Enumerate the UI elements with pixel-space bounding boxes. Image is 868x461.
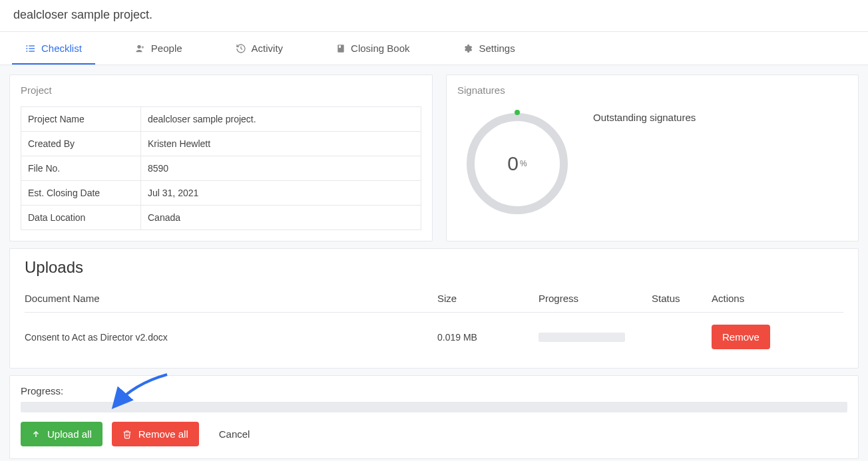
tab-label: People: [151, 43, 182, 54]
history-icon: [236, 43, 246, 54]
upload-all-label: Upload all: [47, 428, 92, 440]
svg-point-5: [27, 51, 27, 51]
book-icon: [336, 43, 345, 54]
upload-size: 0.019 MB: [437, 332, 539, 343]
svg-rect-9: [339, 45, 341, 48]
project-field-value: Canada: [141, 206, 421, 230]
progress-card: Progress: Upload all Remove all Cancel: [9, 375, 859, 459]
col-header-actions: Actions: [712, 293, 843, 304]
people-icon: [135, 43, 146, 54]
tab-label: Checklist: [41, 43, 82, 54]
table-row: Data Location Canada: [21, 206, 421, 230]
tab-settings[interactable]: Settings: [449, 32, 528, 65]
progress-label: Progress:: [21, 385, 847, 396]
tab-bar: Checklist People Activity Closing Book S…: [0, 32, 868, 65]
project-table: Project Name dealcloser sample project. …: [21, 106, 421, 230]
project-card: Project Project Name dealcloser sample p…: [9, 75, 433, 241]
svg-point-3: [27, 45, 27, 46]
col-header-status: Status: [652, 293, 712, 304]
tab-label: Closing Book: [351, 43, 409, 54]
cancel-button[interactable]: Cancel: [208, 422, 261, 446]
table-row: Created By Kristen Hewlett: [21, 132, 421, 156]
remove-button-label: Remove: [722, 331, 760, 343]
upload-icon: [31, 430, 41, 439]
page-title: dealcloser sample project.: [0, 0, 868, 32]
tab-label: Activity: [252, 43, 284, 54]
project-field-value: Jul 31, 2021: [141, 181, 421, 206]
project-field-label: Est. Closing Date: [21, 181, 141, 206]
project-field-label: Project Name: [21, 107, 141, 132]
remove-all-button[interactable]: Remove all: [112, 422, 199, 446]
uploads-card: Uploads Document Name Size Progress Stat…: [9, 248, 859, 369]
signatures-label: Outstanding signatures: [593, 112, 696, 123]
table-row: Est. Closing Date Jul 31, 2021: [21, 181, 421, 206]
remove-all-label: Remove all: [138, 428, 188, 440]
trash-icon: [122, 430, 132, 439]
signatures-card: Signatures 0% Outstanding signatures: [446, 75, 859, 241]
tab-closing-book[interactable]: Closing Book: [323, 32, 423, 65]
tab-people[interactable]: People: [122, 32, 196, 65]
project-field-value: 8590: [141, 156, 421, 181]
svg-point-4: [27, 48, 27, 49]
table-row: File No. 8590: [21, 156, 421, 181]
gauge-percent-symbol: %: [520, 159, 527, 168]
progress-bar: [539, 333, 625, 342]
uploads-table-header: Document Name Size Progress Status Actio…: [25, 286, 843, 313]
tab-checklist[interactable]: Checklist: [12, 32, 95, 65]
page-title-text: dealcloser sample project.: [13, 8, 152, 21]
col-header-doc: Document Name: [25, 293, 437, 304]
gear-icon: [463, 43, 473, 54]
project-field-label: Created By: [21, 132, 141, 156]
uploads-title: Uploads: [25, 258, 843, 277]
project-card-header: Project: [21, 84, 421, 96]
project-field-value: Kristen Hewlett: [141, 132, 421, 156]
svg-point-6: [137, 45, 140, 48]
signatures-card-header: Signatures: [457, 84, 847, 96]
gauge-value: 0%: [465, 112, 569, 216]
remove-button[interactable]: Remove: [712, 325, 770, 349]
project-field-label: File No.: [21, 156, 141, 181]
upload-progress: [539, 333, 652, 342]
list-icon: [25, 43, 36, 54]
upload-all-button[interactable]: Upload all: [21, 422, 103, 446]
upload-row: Consent to Act as Director v2.docx 0.019…: [25, 313, 843, 357]
cancel-label: Cancel: [219, 428, 250, 440]
tab-label: Settings: [479, 43, 515, 54]
col-header-progress: Progress: [539, 293, 652, 304]
overall-progress-bar: [21, 402, 847, 412]
signatures-gauge: 0%: [465, 112, 569, 216]
tab-activity[interactable]: Activity: [222, 32, 297, 65]
svg-point-7: [142, 46, 144, 48]
table-row: Project Name dealcloser sample project.: [21, 107, 421, 132]
project-field-value: dealcloser sample project.: [141, 107, 421, 132]
project-field-label: Data Location: [21, 206, 141, 230]
col-header-size: Size: [437, 293, 539, 304]
upload-doc-name: Consent to Act as Director v2.docx: [25, 332, 437, 343]
gauge-percent: 0: [507, 152, 519, 175]
